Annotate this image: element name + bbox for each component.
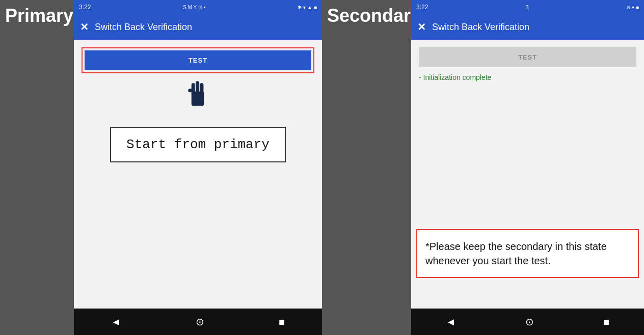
init-complete-text: - Initialization complete xyxy=(419,73,636,81)
primary-bluetooth-icon: ✱ xyxy=(298,5,302,10)
secondary-status-icons-right: ⊖ ▾ ■ xyxy=(626,5,639,10)
secondary-nav-bar: ◄ ⊙ ■ xyxy=(411,309,644,335)
primary-app-title: Switch Back Verification xyxy=(95,22,192,33)
primary-status-icons-left: S M Y ⊡ • xyxy=(183,5,205,10)
secondary-battery-icon: ■ xyxy=(636,5,639,10)
hand-cursor-icon xyxy=(184,78,212,111)
primary-phone-body: TEST xyxy=(74,40,322,309)
primary-hand-cursor-area xyxy=(82,78,314,111)
primary-status-icons: S M Y ⊡ • xyxy=(183,5,205,10)
primary-nav-bar: ◄ ⊙ ■ xyxy=(74,309,322,335)
svg-rect-2 xyxy=(196,81,199,95)
secondary-signal-icon: ⊖ xyxy=(626,5,630,10)
secondary-panel: Secondary 3:22 S ⊖ ▾ ■ ✕ Switch Back Ver… xyxy=(322,0,644,335)
primary-status-bar: 3:22 S M Y ⊡ • ✱ ▾ ▲ ■ xyxy=(74,0,322,14)
secondary-app-bar: ✕ Switch Back Verification xyxy=(411,14,644,40)
secondary-home-button[interactable]: ⊙ xyxy=(525,316,534,328)
secondary-test-button[interactable]: TEST xyxy=(419,47,636,67)
primary-home-button[interactable]: ⊙ xyxy=(196,316,204,328)
primary-label: Primary xyxy=(5,5,73,26)
primary-signal-icon: ▲ xyxy=(307,5,312,10)
secondary-close-icon[interactable]: ✕ xyxy=(417,21,426,33)
svg-rect-4 xyxy=(188,89,193,92)
primary-close-icon[interactable]: ✕ xyxy=(80,21,89,33)
primary-status-time: 3:22 xyxy=(79,4,91,11)
svg-rect-3 xyxy=(200,83,204,95)
secondary-recent-button[interactable]: ■ xyxy=(603,316,609,328)
primary-back-button[interactable]: ◄ xyxy=(111,316,121,328)
secondary-wifi-icon: ▾ xyxy=(632,5,634,10)
primary-app-bar: ✕ Switch Back Verification xyxy=(74,14,322,40)
primary-test-btn-wrapper: TEST xyxy=(82,47,314,73)
secondary-status-icons-left: S xyxy=(525,5,529,10)
secondary-status-icon-s: S xyxy=(525,5,529,10)
secondary-notice-box: *Please keep the secondary in this state… xyxy=(416,229,639,278)
primary-wifi-icon: ▾ xyxy=(303,5,306,10)
primary-label-area: Primary xyxy=(0,0,74,335)
secondary-phone: 3:22 S ⊖ ▾ ■ ✕ Switch Back Verification … xyxy=(411,0,644,335)
secondary-label: Secondary xyxy=(327,5,421,26)
primary-recent-button[interactable]: ■ xyxy=(279,316,285,328)
secondary-phone-body: TEST - Initialization complete *Please k… xyxy=(411,40,644,309)
primary-battery-icon: ■ xyxy=(314,5,317,10)
secondary-status-time: 3:22 xyxy=(416,4,428,11)
start-from-primary-text: Start from primary xyxy=(126,137,270,152)
primary-test-button[interactable]: TEST xyxy=(85,50,311,70)
start-from-primary-box: Start from primary xyxy=(110,127,286,162)
primary-panel: Primary 3:22 S M Y ⊡ • ✱ ▾ ▲ ■ ✕ Switch … xyxy=(0,0,322,335)
secondary-notice-text: *Please keep the secondary in this state… xyxy=(425,241,607,266)
secondary-label-area: Secondary xyxy=(322,0,411,335)
primary-status-icons-right: ✱ ▾ ▲ ■ xyxy=(298,5,317,10)
secondary-back-button[interactable]: ◄ xyxy=(446,316,456,328)
secondary-status-bar: 3:22 S ⊖ ▾ ■ xyxy=(411,0,644,14)
secondary-app-title: Switch Back Verification xyxy=(432,22,529,33)
primary-phone: 3:22 S M Y ⊡ • ✱ ▾ ▲ ■ ✕ Switch Back Ver… xyxy=(74,0,322,335)
